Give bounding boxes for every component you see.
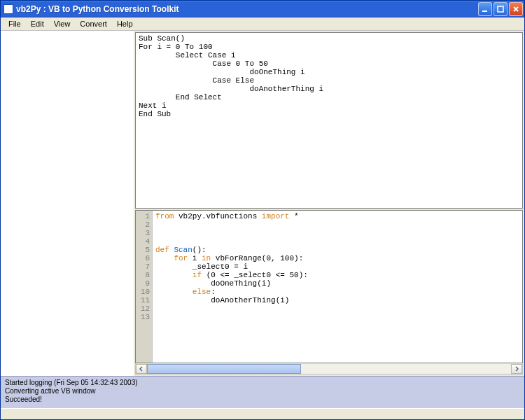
svg-rect-1 — [498, 6, 503, 12]
code-line: for i in vbForRange(0, 100): — [155, 254, 519, 262]
python-code-area[interactable]: from vb2py.vbfunctions import * def Scan… — [153, 211, 522, 363]
titlebar[interactable]: vb2Py : VB to Python Conversion Toolkit — [1, 1, 524, 18]
line-number: 13 — [136, 313, 150, 321]
python-source-editor[interactable]: 12345678910111213 from vb2py.vbfunctions… — [135, 210, 523, 363]
menu-convert[interactable]: Convert — [75, 18, 112, 29]
code-line: doAnotherThing(i) — [155, 296, 519, 304]
code-line — [155, 313, 519, 321]
code-line — [155, 229, 519, 237]
line-number: 3 — [136, 229, 150, 237]
line-number: 2 — [136, 220, 150, 229]
code-line: if (0 <= _select0 <= 50): — [155, 271, 519, 279]
vb-source-editor[interactable]: Sub Scan() For i = 0 To 100 Select Case … — [135, 32, 523, 209]
code-line: from vb2py.vbfunctions import * — [155, 212, 519, 220]
line-number-gutter: 12345678910111213 — [136, 211, 153, 363]
log-line: Converting active VB window — [5, 387, 520, 396]
menu-file[interactable]: File — [4, 18, 26, 29]
line-number: 11 — [136, 296, 150, 304]
line-number: 4 — [136, 237, 150, 246]
window-title: vb2Py : VB to Python Conversion Toolkit — [16, 4, 478, 14]
scrollbar-track[interactable] — [147, 364, 511, 374]
client-area: Sub Scan() For i = 0 To 100 Select Case … — [1, 31, 524, 376]
scroll-right-button[interactable] — [511, 364, 522, 374]
line-number: 9 — [136, 279, 150, 288]
menu-view[interactable]: View — [49, 18, 76, 29]
line-number: 10 — [136, 288, 150, 296]
menubar: File Edit View Convert Help — [1, 18, 524, 31]
code-line: else: — [155, 288, 519, 296]
python-output-pane: 12345678910111213 from vb2py.vbfunctions… — [135, 210, 523, 374]
log-line: Succeeded! — [5, 396, 520, 404]
line-number: 7 — [136, 262, 150, 271]
close-button[interactable] — [509, 2, 523, 16]
statusbar — [1, 408, 524, 419]
line-number: 6 — [136, 254, 150, 262]
horizontal-scrollbar[interactable] — [135, 363, 523, 374]
code-line — [155, 220, 519, 229]
app-window: vb2Py : VB to Python Conversion Toolkit … — [0, 0, 525, 420]
maximize-button[interactable] — [493, 2, 507, 16]
code-line — [155, 304, 519, 313]
menu-edit[interactable]: Edit — [26, 18, 49, 29]
code-line: doOneThing(i) — [155, 279, 519, 288]
menu-help[interactable]: Help — [112, 18, 138, 29]
scrollbar-thumb[interactable] — [147, 364, 301, 374]
svg-rect-0 — [482, 10, 487, 12]
minimize-button[interactable] — [478, 2, 492, 16]
line-number: 8 — [136, 271, 150, 279]
right-pane: Sub Scan() For i = 0 To 100 Select Case … — [134, 31, 524, 376]
app-icon — [4, 4, 13, 14]
window-controls — [478, 2, 523, 16]
code-line: def Scan(): — [155, 246, 519, 254]
code-line — [155, 237, 519, 246]
code-line: _select0 = i — [155, 262, 519, 271]
line-number: 1 — [136, 212, 150, 220]
scroll-left-button[interactable] — [136, 364, 147, 374]
log-line: Started logging (Fri Sep 05 14:32:43 200… — [5, 379, 520, 387]
line-number: 5 — [136, 246, 150, 254]
line-number: 12 — [136, 304, 150, 313]
log-panel[interactable]: Started logging (Fri Sep 05 14:32:43 200… — [1, 376, 524, 408]
left-pane[interactable] — [1, 31, 134, 376]
